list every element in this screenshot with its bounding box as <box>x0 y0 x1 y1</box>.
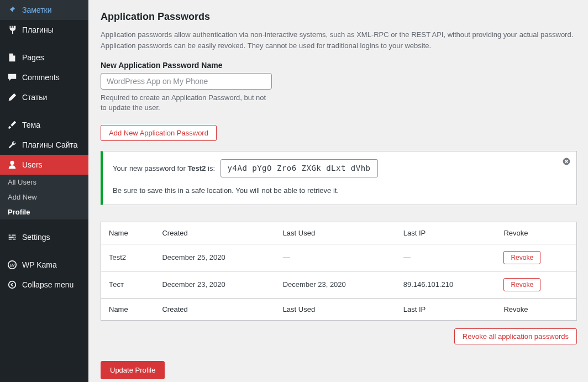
sidebar-item-label: WP Kama <box>22 260 57 269</box>
sidebar-item-label: Заметки <box>22 6 52 14</box>
sidebar-item-site-plugins[interactable]: Плагины Сайта <box>0 135 88 155</box>
table-row: Test2 December 25, 2020 — — Revoke <box>101 244 577 271</box>
pin-icon <box>7 4 18 15</box>
plug-icon <box>7 24 18 35</box>
passwords-table: Name Created Last Used Last IP Revoke Te… <box>101 222 577 321</box>
sliders-icon <box>7 232 18 243</box>
sidebar-item-notes[interactable]: Заметки <box>0 0 88 20</box>
close-icon[interactable] <box>562 157 571 168</box>
brush-icon <box>7 119 18 130</box>
new-password-label: New Application Password Name <box>101 61 577 70</box>
sidebar-item-theme[interactable]: Тема <box>0 115 88 135</box>
th-last-used[interactable]: Last Used <box>275 222 396 244</box>
sidebar-item-comments[interactable]: Comments <box>0 67 88 87</box>
user-icon <box>7 159 18 170</box>
sidebar-item-users[interactable]: Users <box>0 155 88 175</box>
th-revoke: Revoke <box>496 222 576 244</box>
notice-line: Your new password for Test2 is: y4Ad pYg… <box>113 159 554 177</box>
th-created[interactable]: Created <box>154 222 275 244</box>
new-password-name-input[interactable] <box>101 73 272 90</box>
sidebar-item-label: Collapse menu <box>22 280 74 289</box>
new-password-notice: Your new password for Test2 is: y4Ad pYg… <box>101 151 577 205</box>
svg-point-2 <box>9 281 16 289</box>
main-content: Application Passwords Application passwo… <box>88 0 588 382</box>
sidebar-item-pages[interactable]: Pages <box>0 48 88 67</box>
wp-icon: W <box>7 259 18 270</box>
sidebar-item-collapse[interactable]: Collapse menu <box>0 275 88 295</box>
collapse-icon <box>7 279 18 290</box>
sidebar-item-label: Users <box>22 160 43 169</box>
wrench-icon <box>7 139 18 150</box>
sidebar-item-label: Плагины Сайта <box>22 140 78 149</box>
revoke-button[interactable]: Revoke <box>503 278 540 291</box>
sidebar-item-label: Pages <box>22 53 44 62</box>
submenu-profile[interactable]: Profile <box>0 205 88 219</box>
password-help-text: Required to create an Application Passwo… <box>101 93 266 113</box>
svg-text:W: W <box>10 263 15 268</box>
comment-icon <box>7 72 18 83</box>
th-last-ip[interactable]: Last IP <box>396 222 496 244</box>
notice-reminder: Be sure to save this in a safe location.… <box>113 185 554 197</box>
users-submenu: All Users Add New Profile <box>0 175 88 219</box>
sidebar-item-label: Comments <box>22 73 60 82</box>
add-password-button[interactable]: Add New Application Password <box>101 125 217 141</box>
th-name[interactable]: Name <box>101 222 155 244</box>
update-profile-button[interactable]: Update Profile <box>101 361 165 379</box>
sidebar-item-label: Settings <box>22 233 50 242</box>
sidebar-item-label: Статьи <box>22 93 47 102</box>
sidebar-item-articles[interactable]: Статьи <box>0 87 88 107</box>
sidebar-item-label: Тема <box>22 121 40 129</box>
sidebar-item-settings[interactable]: Settings <box>0 227 88 247</box>
sidebar-item-label: Плагины <box>22 25 54 34</box>
page-icon <box>7 52 18 63</box>
pen-icon <box>7 92 18 103</box>
revoke-button[interactable]: Revoke <box>503 251 540 264</box>
generated-password: y4Ad pYgO Zro6 ZXGk dLxt dVhb <box>221 159 378 177</box>
table-row: Тест December 23, 2020 December 23, 2020… <box>101 271 577 298</box>
page-description: Application passwords allow authenticati… <box>101 29 576 51</box>
submenu-all-users[interactable]: All Users <box>0 175 88 190</box>
admin-sidebar: Заметки Плагины Pages Comments Статьи Те… <box>0 0 88 382</box>
submenu-add-new[interactable]: Add New <box>0 190 88 205</box>
sidebar-item-wpkama[interactable]: W WP Kama <box>0 255 88 275</box>
page-title: Application Passwords <box>101 11 577 23</box>
sidebar-item-plugins[interactable]: Плагины <box>0 20 88 40</box>
revoke-all-button[interactable]: Revoke all application passwords <box>454 328 577 344</box>
